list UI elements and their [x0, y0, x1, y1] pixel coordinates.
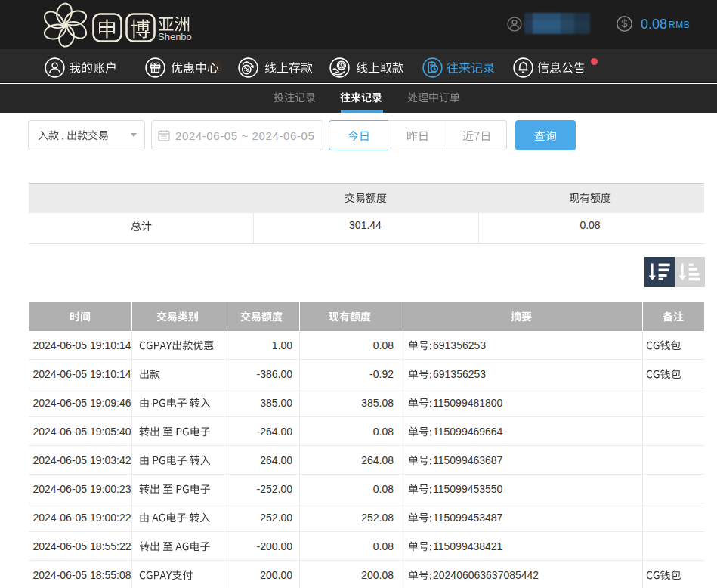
- svg-text:$: $: [622, 17, 628, 29]
